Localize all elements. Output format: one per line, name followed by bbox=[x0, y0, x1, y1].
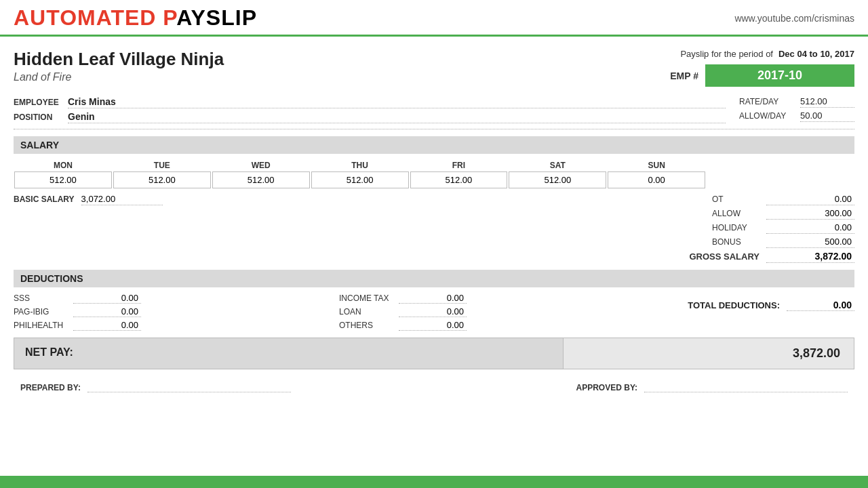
deductions-grid: SSS 0.00 PAG-IBIG 0.00 PHILHEALTH 0.00 I… bbox=[14, 293, 854, 331]
others-value: 0.00 bbox=[399, 320, 467, 331]
ot-value: 0.00 bbox=[766, 194, 854, 205]
signatures-row: PREPARED BY: APPROVED BY: bbox=[14, 380, 854, 392]
day-sun-header: SUN bbox=[607, 159, 706, 171]
bonus-label: BONUS bbox=[712, 237, 760, 247]
period-dates: Dec 04 to 10, 2017 bbox=[778, 49, 854, 59]
holiday-row: HOLIDAY 0.00 bbox=[597, 222, 854, 234]
total-deductions-label: TOTAL DEDUCTIONS: bbox=[688, 300, 780, 310]
approved-by-line bbox=[644, 380, 848, 392]
prepared-by-block: PREPARED BY: bbox=[20, 380, 291, 392]
total-deductions-row: TOTAL DEDUCTIONS: 0.00 bbox=[688, 300, 854, 311]
day-tue-value: 512.00 bbox=[113, 171, 211, 188]
salary-bottom: BASIC SALARY 3,072.00 OT 0.00 ALLOW 300.… bbox=[14, 194, 854, 263]
day-wed-value: 512.00 bbox=[212, 171, 310, 188]
day-wed: WED 512.00 bbox=[212, 159, 311, 188]
others-label: OTHERS bbox=[339, 321, 393, 330]
sss-row: SSS 0.00 bbox=[14, 293, 339, 304]
pagibig-label: PAG-IBIG bbox=[14, 307, 68, 317]
day-thu-header: THU bbox=[311, 159, 410, 171]
philhealth-label: PHILHEALTH bbox=[14, 321, 68, 330]
day-mon-header: MON bbox=[14, 159, 113, 171]
days-spacer bbox=[706, 159, 854, 188]
day-sun: SUN 0.00 bbox=[607, 159, 706, 188]
prepared-by-label: PREPARED BY: bbox=[20, 383, 81, 392]
employee-name-label: EMPLOYEE bbox=[14, 98, 61, 107]
net-pay-label: NET PAY: bbox=[14, 338, 563, 369]
prepared-by-line bbox=[87, 380, 291, 392]
deductions-header: DEDUCTIONS bbox=[14, 270, 854, 287]
loan-label: LOAN bbox=[339, 307, 393, 317]
employee-info: EMPLOYEE Cris Minas POSITION Genin RATE/… bbox=[14, 96, 854, 129]
deductions-mid-col: INCOME TAX 0.00 LOAN 0.00 OTHERS 0.00 bbox=[339, 293, 665, 331]
day-sat-header: SAT bbox=[508, 159, 607, 171]
rate-row: RATE/DAY 512.00 bbox=[739, 96, 854, 108]
ot-row: OT 0.00 bbox=[597, 194, 854, 205]
days-grid: MON 512.00 TUE 512.00 WED 512.00 THU 512… bbox=[14, 159, 854, 188]
total-deductions-value: 0.00 bbox=[787, 300, 854, 311]
philhealth-row: PHILHEALTH 0.00 bbox=[14, 320, 339, 331]
bottom-bar bbox=[0, 476, 868, 488]
employee-fields: EMPLOYEE Cris Minas POSITION Genin bbox=[14, 96, 726, 123]
period-line: Payslip for the period of Dec 04 to 10, … bbox=[670, 49, 854, 59]
philhealth-value: 0.00 bbox=[73, 320, 141, 331]
holiday-label: HOLIDAY bbox=[712, 223, 760, 232]
salary-section: SALARY MON 512.00 TUE 512.00 WED 512.00 … bbox=[14, 136, 854, 263]
approved-by-block: APPROVED BY: bbox=[576, 380, 848, 392]
day-fri: FRI 512.00 bbox=[410, 159, 509, 188]
day-thu: THU 512.00 bbox=[311, 159, 410, 188]
bonus-row: BONUS 500.00 bbox=[597, 237, 854, 248]
income-tax-row: INCOME TAX 0.00 bbox=[339, 293, 665, 304]
day-mon-value: 512.00 bbox=[14, 171, 112, 188]
day-sat-value: 512.00 bbox=[509, 171, 606, 188]
day-fri-value: 512.00 bbox=[410, 171, 508, 188]
salary-header: SALARY bbox=[14, 136, 854, 154]
emp-row: EMP # 2017-10 bbox=[670, 64, 854, 87]
net-pay-row: NET PAY: 3,872.00 bbox=[14, 338, 854, 369]
website-url: www.youtube.com/crisminas bbox=[734, 13, 854, 24]
pagibig-row: PAG-IBIG 0.00 bbox=[14, 306, 339, 317]
company-name: Hidden Leaf Village Ninja bbox=[14, 49, 224, 70]
net-pay-value: 3,872.00 bbox=[563, 338, 854, 369]
deductions-left-col: SSS 0.00 PAG-IBIG 0.00 PHILHEALTH 0.00 bbox=[14, 293, 339, 331]
title-text-ayslip: AYSLIP bbox=[176, 5, 257, 30]
day-sun-value: 0.00 bbox=[608, 171, 705, 188]
day-sat: SAT 512.00 bbox=[508, 159, 607, 188]
day-tue: TUE 512.00 bbox=[113, 159, 212, 188]
allow-label: ALLOW/DAY bbox=[739, 111, 793, 121]
basic-salary-row: BASIC SALARY 3,072.00 bbox=[14, 194, 163, 205]
basic-salary-value: 3,072.00 bbox=[81, 194, 163, 205]
others-row: OTHERS 0.00 bbox=[339, 320, 665, 331]
total-deductions-block: TOTAL DEDUCTIONS: 0.00 bbox=[665, 300, 854, 311]
loan-row: LOAN 0.00 bbox=[339, 306, 665, 317]
pagibig-value: 0.00 bbox=[73, 306, 141, 317]
day-thu-value: 512.00 bbox=[311, 171, 409, 188]
ot-label: OT bbox=[712, 195, 760, 204]
rate-fields: RATE/DAY 512.00 ALLOW/DAY 50.00 bbox=[739, 96, 854, 123]
approved-by-label: APPROVED BY: bbox=[576, 383, 637, 392]
emp-label: EMP # bbox=[670, 70, 698, 81]
title-text-automated: AUTOMATED bbox=[14, 5, 163, 30]
allow-ot-value: 300.00 bbox=[766, 208, 854, 220]
day-tue-header: TUE bbox=[113, 159, 212, 171]
main-content: Hidden Leaf Village Ninja Land of Fire P… bbox=[0, 37, 868, 392]
app-title: AUTOMATED PAYSLIP bbox=[14, 5, 257, 30]
ot-block: OT 0.00 ALLOW 300.00 HOLIDAY 0.00 BONUS … bbox=[597, 194, 854, 263]
basic-salary-label: BASIC SALARY bbox=[14, 195, 75, 204]
day-fri-header: FRI bbox=[410, 159, 509, 171]
employee-name-row: EMPLOYEE Cris Minas bbox=[14, 96, 726, 108]
sss-label: SSS bbox=[14, 293, 68, 303]
company-subtitle: Land of Fire bbox=[14, 71, 224, 83]
company-info: Hidden Leaf Village Ninja Land of Fire bbox=[14, 49, 224, 83]
allow-value: 50.00 bbox=[800, 110, 854, 122]
loan-value: 0.00 bbox=[399, 306, 467, 317]
day-wed-header: WED bbox=[212, 159, 311, 171]
period-label: Payslip for the period of bbox=[680, 49, 773, 59]
bonus-value: 500.00 bbox=[766, 237, 854, 248]
allow-row: ALLOW/DAY 50.00 bbox=[739, 110, 854, 122]
rate-value: 512.00 bbox=[800, 96, 854, 108]
sss-value: 0.00 bbox=[73, 293, 141, 304]
top-header: AUTOMATED PAYSLIP www.youtube.com/crismi… bbox=[0, 0, 868, 37]
position-label: POSITION bbox=[14, 113, 61, 122]
allow-ot-label: ALLOW bbox=[712, 209, 760, 218]
title-text-p: P bbox=[163, 5, 176, 30]
